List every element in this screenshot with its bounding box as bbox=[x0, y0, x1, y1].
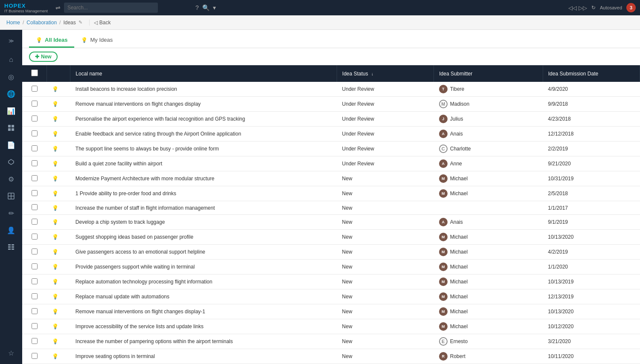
back-arrow[interactable]: ◁◁ bbox=[568, 5, 577, 11]
idea-name[interactable]: Enable feedback and service rating throu… bbox=[70, 127, 337, 142]
row-checkbox[interactable] bbox=[32, 263, 38, 269]
back-button[interactable]: ◁ Back bbox=[89, 20, 111, 26]
idea-name[interactable]: Improve seating options in terminal bbox=[70, 349, 337, 364]
idea-name[interactable]: Personalise the airport experience with … bbox=[70, 112, 337, 127]
avatar: M bbox=[439, 292, 448, 301]
sidebar-item-home[interactable]: ⌂ bbox=[3, 52, 19, 67]
ideas-table: Local name Idea Status ↓ Idea Submitter … bbox=[22, 65, 640, 364]
header-status[interactable]: Idea Status ↓ bbox=[337, 65, 434, 82]
idea-submitter: MMichael bbox=[434, 274, 543, 289]
idea-name[interactable]: The support line seems to always be busy… bbox=[70, 142, 337, 156]
breadcrumb-edit-icon[interactable]: ✎ bbox=[79, 20, 82, 25]
sidebar-item-grid[interactable] bbox=[3, 240, 19, 255]
refresh-icon[interactable]: ↻ bbox=[591, 5, 596, 11]
tab-all-ideas[interactable]: 💡 All Ideas bbox=[29, 33, 74, 48]
idea-name[interactable]: 1 Provide ability to pre-order food and … bbox=[70, 186, 337, 201]
idea-date: 9/9/2018 bbox=[543, 97, 640, 112]
idea-name[interactable]: Increase the number of staff in flight i… bbox=[70, 201, 337, 215]
row-checkbox[interactable] bbox=[32, 293, 38, 299]
sidebar-item-globe[interactable]: 🌐 bbox=[3, 86, 19, 101]
avatar: C bbox=[439, 144, 448, 153]
breadcrumb-home[interactable]: Home bbox=[6, 20, 20, 26]
idea-name[interactable]: Replace automation technology processing… bbox=[70, 274, 337, 289]
idea-date: 9/1/2019 bbox=[543, 215, 640, 230]
row-checkbox[interactable] bbox=[32, 219, 38, 225]
row-checkbox[interactable] bbox=[32, 308, 38, 314]
sidebar-item-search[interactable]: ◎ bbox=[3, 69, 19, 84]
row-checkbox[interactable] bbox=[32, 175, 38, 181]
avatar: M bbox=[439, 322, 448, 331]
row-checkbox[interactable] bbox=[32, 116, 38, 121]
header-submitter[interactable]: Idea Submitter bbox=[434, 65, 543, 82]
idea-name[interactable]: Provide passengers support while waiting… bbox=[70, 260, 337, 274]
forward-arrow[interactable]: ▷▷ bbox=[579, 5, 587, 11]
row-checkbox[interactable] bbox=[32, 353, 38, 359]
idea-submitter: MMichael bbox=[434, 319, 543, 334]
table-row: 💡The support line seems to always be bus… bbox=[22, 142, 640, 156]
row-checkbox[interactable] bbox=[32, 86, 38, 92]
svg-rect-1 bbox=[12, 125, 14, 127]
idea-name[interactable]: Suggest shopping ideas based on passenge… bbox=[70, 230, 337, 245]
idea-name[interactable]: Remove manual interventions on flight ch… bbox=[70, 97, 337, 112]
submitter-name: Michael bbox=[450, 324, 468, 329]
dropdown-icon[interactable]: ▾ bbox=[213, 4, 216, 11]
select-all-checkbox[interactable] bbox=[31, 69, 38, 76]
row-checkbox[interactable] bbox=[32, 101, 38, 107]
svg-rect-12 bbox=[8, 248, 11, 250]
svg-rect-0 bbox=[8, 125, 11, 127]
idea-date: 9/21/2020 bbox=[543, 156, 640, 171]
idea-name[interactable]: Replace manual update with automations bbox=[70, 289, 337, 304]
table-row: 💡Suggest shopping ideas based on passeng… bbox=[22, 230, 640, 245]
idea-name[interactable]: Modernize Payment Architecture with more… bbox=[70, 171, 337, 186]
row-checkbox[interactable] bbox=[32, 338, 38, 344]
table-row: 💡1 Provide ability to pre-order food and… bbox=[22, 186, 640, 201]
search-input[interactable] bbox=[64, 3, 158, 13]
row-checkbox[interactable] bbox=[32, 278, 38, 284]
idea-submitter: TTibere bbox=[434, 82, 543, 97]
idea-name[interactable]: Remove manual interventions on flight ch… bbox=[70, 304, 337, 319]
sidebar-item-person[interactable]: 👤 bbox=[3, 222, 19, 238]
idea-name[interactable]: Install beacons to increase location pre… bbox=[70, 82, 337, 97]
user-badge[interactable]: 3 bbox=[626, 3, 636, 12]
avatar: M bbox=[439, 189, 448, 198]
breadcrumb-collaboration[interactable]: Collaboration bbox=[26, 20, 57, 26]
sidebar-item-star[interactable]: ☆ bbox=[3, 345, 19, 361]
idea-name[interactable]: Build a quiet zone facility within airpo… bbox=[70, 156, 337, 171]
row-checkbox[interactable] bbox=[32, 160, 38, 166]
new-button[interactable]: ✚ New bbox=[29, 52, 58, 62]
idea-date: 1/1/2017 bbox=[543, 201, 640, 215]
tab-my-ideas[interactable]: 💡 My Ideas bbox=[74, 33, 119, 48]
sidebar-item-tools[interactable]: ⚙ bbox=[3, 171, 19, 187]
sidebar-item-layers[interactable] bbox=[3, 120, 19, 136]
header-name[interactable]: Local name bbox=[70, 65, 337, 82]
idea-status: Under Review bbox=[337, 82, 434, 97]
idea-name[interactable]: Develop a chip system to track luggage bbox=[70, 215, 337, 230]
sidebar-expand[interactable]: ≫ bbox=[3, 33, 19, 49]
table-body: 💡Install beacons to increase location pr… bbox=[22, 82, 640, 364]
breadcrumb: Home / Collaboration / Ideas ✎ ◁ Back bbox=[0, 15, 640, 30]
idea-name[interactable]: Improve accessibility of the service lis… bbox=[70, 319, 337, 334]
idea-name[interactable]: Give passengers access to an emotional s… bbox=[70, 245, 337, 260]
header-date[interactable]: Idea Submission Date bbox=[543, 65, 640, 82]
row-checkbox[interactable] bbox=[32, 130, 38, 136]
row-checkbox[interactable] bbox=[32, 145, 38, 151]
idea-icon: 💡 bbox=[52, 176, 58, 182]
sidebar-item-edit[interactable]: ✏ bbox=[3, 205, 19, 221]
idea-icon: 💡 bbox=[52, 146, 58, 152]
sidebar-item-diagram[interactable] bbox=[3, 154, 19, 170]
sidebar-item-chart[interactable]: 📊 bbox=[3, 103, 19, 118]
search-icon[interactable]: 🔍 bbox=[202, 4, 209, 11]
row-checkbox[interactable] bbox=[32, 190, 38, 196]
row-checkbox[interactable] bbox=[32, 204, 38, 210]
menu-icon[interactable]: ⇌ bbox=[55, 4, 61, 11]
row-checkbox[interactable] bbox=[32, 234, 38, 240]
sidebar-item-document[interactable]: 📄 bbox=[3, 137, 19, 153]
idea-date: 10/13/2020 bbox=[543, 304, 640, 319]
sidebar-item-map[interactable] bbox=[3, 188, 19, 204]
row-checkbox[interactable] bbox=[32, 323, 38, 329]
help-icon[interactable]: ? bbox=[195, 4, 199, 11]
row-checkbox[interactable] bbox=[32, 248, 38, 254]
idea-name[interactable]: Increase the number of pampering options… bbox=[70, 334, 337, 349]
idea-icon: 💡 bbox=[52, 264, 58, 270]
idea-status: New bbox=[337, 334, 434, 349]
